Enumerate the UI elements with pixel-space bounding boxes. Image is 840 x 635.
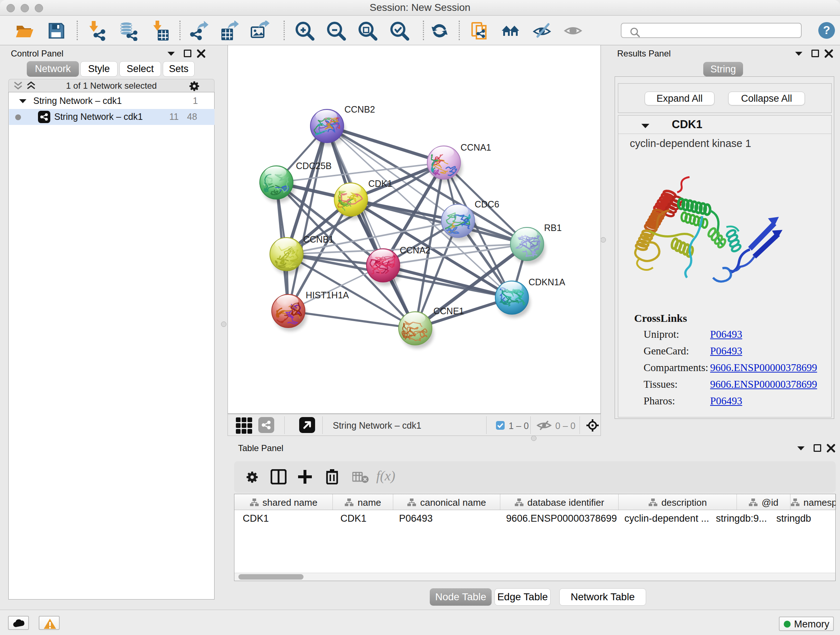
svg-text:CDK1: CDK1 <box>368 179 393 188</box>
svg-text:RB1: RB1 <box>544 223 562 233</box>
svg-text:CCNB1: CCNB1 <box>303 234 334 244</box>
svg-text:?: ? <box>823 24 830 36</box>
svg-text:HIST1H1A: HIST1H1A <box>306 290 349 300</box>
svg-text:CCNE1: CCNE1 <box>433 306 464 316</box>
svg-text:CDC6: CDC6 <box>475 199 499 209</box>
svg-text:CDC25B: CDC25B <box>296 161 332 171</box>
svg-text:CCNB2: CCNB2 <box>344 104 375 114</box>
svg-text:CCNA1: CCNA1 <box>461 142 491 152</box>
svg-text:CCNA2: CCNA2 <box>400 245 431 255</box>
svg-text:CDKN1A: CDKN1A <box>529 277 565 287</box>
